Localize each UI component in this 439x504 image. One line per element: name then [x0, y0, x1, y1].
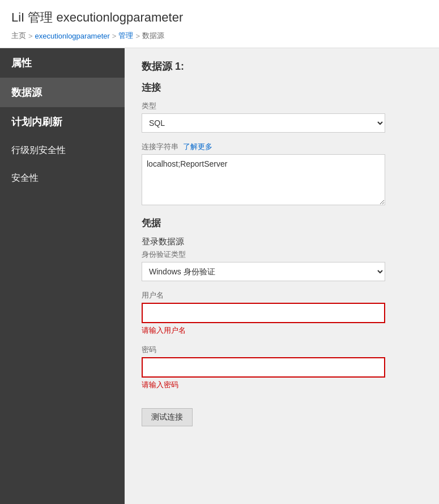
username-input[interactable]: [142, 303, 385, 323]
breadcrumb: 主页 > executionlogparameter > 管理 > 数据源: [11, 31, 428, 41]
breadcrumb-current: 数据源: [142, 31, 164, 41]
connection-string-field-group: 连接字符串 了解更多 localhost;ReportServer: [142, 142, 422, 205]
sidebar-item-scheduled-refresh[interactable]: 计划内刷新: [0, 107, 125, 137]
type-select[interactable]: SQL Oracle OData: [142, 113, 385, 133]
connection-string-link[interactable]: 了解更多: [183, 142, 212, 152]
credentials-subtitle: 登录数据源: [142, 236, 422, 247]
username-error: 请输入用户名: [142, 325, 422, 336]
connection-string-textarea[interactable]: localhost;ReportServer: [142, 154, 385, 205]
password-error: 请输入密码: [142, 380, 422, 390]
sidebar-item-properties[interactable]: 属性: [0, 48, 125, 78]
sidebar-item-datasource[interactable]: 数据源: [0, 78, 125, 107]
breadcrumb-sep1: >: [28, 32, 33, 40]
type-label: 类型: [142, 101, 422, 111]
main-content: 数据源 1: 连接 类型 SQL Oracle OData 连接字符串 了解更多…: [125, 48, 439, 504]
credentials-title: 凭据: [142, 217, 422, 230]
password-label: 密码: [142, 345, 422, 355]
auth-type-select[interactable]: Windows 身份验证 SQL Server 身份验证 无: [142, 262, 385, 281]
breadcrumb-link2[interactable]: 管理: [118, 31, 133, 41]
page-title: LiI 管理 executionlogparameter: [11, 9, 428, 26]
username-label: 用户名: [142, 290, 422, 300]
sidebar-item-security[interactable]: 安全性: [0, 164, 125, 192]
test-connection-button[interactable]: 测试连接: [142, 408, 193, 426]
breadcrumb-home: 主页: [11, 31, 26, 41]
header: LiI 管理 executionlogparameter 主页 > execut…: [0, 0, 439, 48]
sidebar: 属性 数据源 计划内刷新 行级别安全性 安全性: [0, 48, 125, 504]
breadcrumb-sep2: >: [112, 32, 117, 40]
credentials-section: 凭据 登录数据源 身份验证类型 Windows 身份验证 SQL Server …: [142, 217, 422, 426]
connection-title: 连接: [142, 81, 422, 94]
type-field-group: 类型 SQL Oracle OData: [142, 101, 422, 133]
password-field-group: 密码 请输入密码: [142, 345, 422, 390]
layout: 属性 数据源 计划内刷新 行级别安全性 安全性 数据源 1: 连接 类型 SQL…: [0, 48, 439, 504]
datasource-number: 数据源 1:: [142, 60, 422, 73]
breadcrumb-sep3: >: [135, 32, 140, 40]
auth-type-field-group: 身份验证类型 Windows 身份验证 SQL Server 身份验证 无: [142, 249, 422, 281]
username-field-group: 用户名 请输入用户名: [142, 290, 422, 336]
auth-type-label: 身份验证类型: [142, 249, 422, 260]
sidebar-item-row-security[interactable]: 行级别安全性: [0, 137, 125, 164]
breadcrumb-link1[interactable]: executionlogparameter: [35, 32, 110, 40]
password-input[interactable]: [142, 357, 385, 378]
connection-string-label: 连接字符串: [142, 142, 178, 152]
